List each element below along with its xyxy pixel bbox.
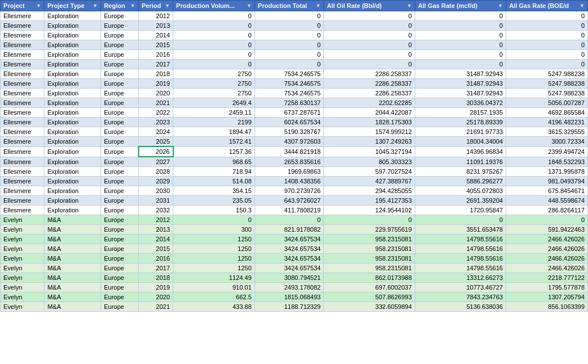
filter-icon-prodvol[interactable]: ▼: [247, 3, 252, 9]
table-row[interactable]: EvelynM&AEurope201512503424.657534958.23…: [1, 244, 588, 254]
cell-project[interactable]: Ellesmere: [1, 31, 44, 40]
table-row[interactable]: EvelynM&AEurope2021433.881188.712329332.…: [1, 302, 588, 312]
cell-prodvol[interactable]: 0: [173, 215, 255, 225]
cell-project[interactable]: Evelyn: [1, 283, 44, 292]
cell-gasrate[interactable]: 14798.55616: [415, 235, 506, 244]
cell-gasrateboe[interactable]: 3615.329555: [506, 127, 588, 137]
table-row[interactable]: EllesmereExplorationEurope2031235.05643.…: [1, 196, 588, 206]
cell-gasrateboe[interactable]: 2466.426026: [506, 263, 588, 273]
cell-region[interactable]: Europe: [101, 40, 138, 50]
cell-gasrateboe[interactable]: 2399.494724: [506, 147, 588, 157]
col-header-project[interactable]: Project ▼: [1, 1, 44, 11]
cell-prodvol[interactable]: 910.01: [173, 283, 255, 292]
cell-region[interactable]: Europe: [101, 21, 138, 31]
cell-prodtot[interactable]: 0: [255, 21, 324, 31]
cell-project[interactable]: Ellesmere: [1, 69, 44, 79]
cell-period[interactable]: 2012: [139, 215, 173, 225]
cell-oilrate[interactable]: 0: [324, 11, 415, 21]
cell-gasrate[interactable]: 0: [415, 21, 506, 31]
cell-gasrate[interactable]: 3551.653478: [415, 225, 506, 235]
cell-gasrateboe[interactable]: 981.0493794: [506, 177, 588, 186]
cell-prodtot[interactable]: 0: [255, 60, 324, 69]
cell-type[interactable]: Exploration: [44, 206, 101, 215]
cell-prodvol[interactable]: 1250: [173, 254, 255, 263]
cell-period[interactable]: 2012: [139, 11, 173, 21]
cell-prodvol[interactable]: 2750: [173, 79, 255, 89]
cell-region[interactable]: Europe: [101, 292, 138, 302]
cell-gasrateboe[interactable]: 4196.482231: [506, 118, 588, 127]
cell-period[interactable]: 2026: [139, 147, 173, 157]
cell-type[interactable]: M&A: [44, 244, 101, 254]
cell-gasrate[interactable]: 0: [415, 40, 506, 50]
cell-period[interactable]: 2020: [139, 89, 173, 98]
cell-project[interactable]: Ellesmere: [1, 40, 44, 50]
cell-type[interactable]: Exploration: [44, 167, 101, 177]
cell-oilrate[interactable]: 958.2315081: [324, 244, 415, 254]
cell-region[interactable]: Europe: [101, 11, 138, 21]
cell-prodtot[interactable]: 3424.657534: [255, 263, 324, 273]
table-row[interactable]: EllesmereExplorationEurope20212649.47258…: [1, 98, 588, 108]
cell-oilrate[interactable]: 195.4127353: [324, 196, 415, 206]
cell-type[interactable]: M&A: [44, 283, 101, 292]
cell-project[interactable]: Ellesmere: [1, 79, 44, 89]
cell-gasrateboe[interactable]: 5056.007287: [506, 98, 588, 108]
cell-region[interactable]: Europe: [101, 196, 138, 206]
cell-gasrateboe[interactable]: 0: [506, 50, 588, 60]
cell-period[interactable]: 2017: [139, 60, 173, 69]
cell-oilrate[interactable]: 507.8626993: [324, 292, 415, 302]
cell-gasrateboe[interactable]: 1848.532293: [506, 157, 588, 167]
table-row[interactable]: EllesmereExplorationEurope201827507534.2…: [1, 69, 588, 79]
data-table-container[interactable]: Project ▼ Project Type ▼ Region ▼: [0, 0, 588, 364]
cell-type[interactable]: M&A: [44, 273, 101, 283]
col-header-region[interactable]: Region ▼: [101, 1, 138, 11]
cell-type[interactable]: Exploration: [44, 108, 101, 118]
cell-region[interactable]: Europe: [101, 50, 138, 60]
cell-region[interactable]: Europe: [101, 60, 138, 69]
cell-prodtot[interactable]: 3424.657534: [255, 254, 324, 263]
cell-oilrate[interactable]: 0: [324, 215, 415, 225]
table-row[interactable]: EllesmereExplorationEurope20241894.47519…: [1, 127, 588, 137]
cell-prodtot[interactable]: 1408.438356: [255, 177, 324, 186]
cell-project[interactable]: Evelyn: [1, 225, 44, 235]
cell-prodtot[interactable]: 3080.794521: [255, 273, 324, 283]
table-row[interactable]: EvelynM&AEurope201412503424.657534958.23…: [1, 235, 588, 244]
cell-prodtot[interactable]: 821.9178082: [255, 225, 324, 235]
filter-icon-gasrate[interactable]: ▼: [498, 3, 503, 9]
cell-prodtot[interactable]: 643.9726027: [255, 196, 324, 206]
cell-type[interactable]: Exploration: [44, 21, 101, 31]
table-row[interactable]: EllesmereExplorationEurope201700000: [1, 60, 588, 69]
cell-prodtot[interactable]: 5190.328767: [255, 127, 324, 137]
cell-gasrateboe[interactable]: 0: [506, 21, 588, 31]
cell-period[interactable]: 2016: [139, 50, 173, 60]
cell-oilrate[interactable]: 0: [324, 21, 415, 31]
cell-region[interactable]: Europe: [101, 167, 138, 177]
table-row[interactable]: EllesmereExplorationEurope201300000: [1, 21, 588, 31]
cell-oilrate[interactable]: 2044.422087: [324, 108, 415, 118]
cell-project[interactable]: Ellesmere: [1, 60, 44, 69]
cell-type[interactable]: Exploration: [44, 147, 101, 157]
cell-prodvol[interactable]: 1250: [173, 235, 255, 244]
cell-gasrate[interactable]: 14798.55616: [415, 254, 506, 263]
cell-project[interactable]: Ellesmere: [1, 167, 44, 177]
cell-gasrateboe[interactable]: 0: [506, 40, 588, 50]
cell-oilrate[interactable]: 0: [324, 60, 415, 69]
cell-oilrate[interactable]: 1574.999212: [324, 127, 415, 137]
cell-project[interactable]: Ellesmere: [1, 157, 44, 167]
table-row[interactable]: EllesmereExplorationEurope201500000: [1, 40, 588, 50]
cell-prodtot[interactable]: 0: [255, 50, 324, 60]
cell-gasrate[interactable]: 10773.46727: [415, 283, 506, 292]
cell-oilrate[interactable]: 0: [324, 31, 415, 40]
cell-project[interactable]: Evelyn: [1, 302, 44, 312]
cell-gasrate[interactable]: 0: [415, 11, 506, 21]
cell-gasrateboe[interactable]: 5247.988238: [506, 69, 588, 79]
cell-gasrate[interactable]: 31487.92943: [415, 69, 506, 79]
cell-period[interactable]: 2030: [139, 186, 173, 196]
cell-oilrate[interactable]: 1307.249263: [324, 137, 415, 147]
table-row[interactable]: EllesmereExplorationEurope2028718.941969…: [1, 167, 588, 177]
cell-type[interactable]: Exploration: [44, 89, 101, 98]
cell-gasrate[interactable]: 21691.97733: [415, 127, 506, 137]
cell-prodvol[interactable]: 433.88: [173, 302, 255, 312]
cell-prodvol[interactable]: 0: [173, 21, 255, 31]
cell-prodvol[interactable]: 0: [173, 40, 255, 50]
cell-prodvol[interactable]: 2459.11: [173, 108, 255, 118]
